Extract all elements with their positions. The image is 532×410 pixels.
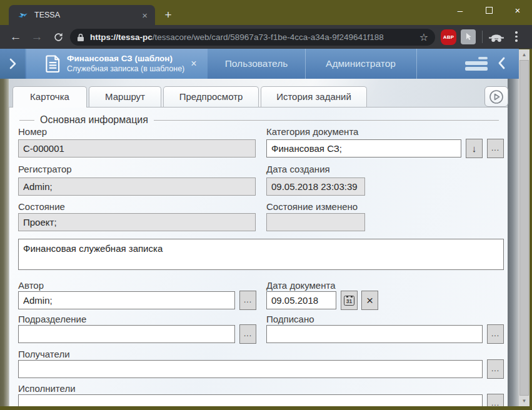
performers-select-button[interactable]: ... — [487, 394, 504, 406]
doc-date-clear-button[interactable]: × — [361, 291, 378, 310]
created-field — [266, 178, 365, 196]
back-button[interactable]: ← — [6, 25, 25, 49]
browser-menu-icon[interactable] — [515, 31, 518, 42]
url-path: /tessacore/web/card/58967a73-f1be-4cca-a… — [153, 32, 384, 42]
document-icon — [45, 54, 61, 73]
signed-field[interactable] — [266, 325, 483, 343]
recipients-field[interactable] — [18, 360, 483, 378]
adblock-extension-icon[interactable]: ABP — [441, 29, 456, 45]
state-field — [18, 213, 256, 231]
subject-field[interactable]: Финансовая служебная записка — [18, 239, 504, 270]
browser-window: TESSA × + – × ← → https://tessa-pc/tessa… — [0, 0, 532, 410]
section-header: Основная информация — [19, 114, 499, 126]
department-label: Подразделение — [18, 314, 86, 324]
category-label: Категория документа — [266, 126, 358, 137]
department-select-button[interactable]: ... — [239, 324, 256, 344]
collapse-right-panel-button[interactable] — [498, 56, 506, 72]
performers-field[interactable] — [18, 394, 483, 406]
header-tab-admin[interactable]: Администратор — [306, 49, 416, 79]
created-label: Дата создания — [266, 164, 330, 174]
workplaces-menu-icon[interactable] — [465, 57, 488, 71]
incognito-icon — [488, 32, 504, 45]
number-label: Номер — [18, 126, 47, 137]
lock-icon — [77, 33, 84, 42]
toolbar-separator — [482, 31, 483, 43]
scroll-down-icon[interactable]: ▼ — [519, 396, 529, 406]
doc-date-calendar-button[interactable]: 31 — [341, 291, 358, 310]
play-icon — [489, 89, 504, 104]
calendar-icon: 31 — [344, 296, 354, 306]
author-select-button[interactable]: ... — [239, 291, 256, 310]
chevron-left-icon — [498, 56, 506, 70]
panel-shadow — [508, 79, 519, 406]
maximize-button[interactable] — [474, 0, 503, 21]
tab-preview[interactable]: Предпросмотр — [163, 86, 259, 107]
url-bar[interactable]: https://tessa-pc/tessacore/web/card/5896… — [70, 29, 435, 46]
signed-label: Подписано — [266, 314, 314, 324]
refresh-button[interactable] — [49, 25, 68, 49]
tab-route[interactable]: Маршрут — [89, 86, 161, 107]
page-background: Карточка Маршрут Предпросмотр История за… — [0, 79, 529, 406]
bookmark-star-icon[interactable]: ☆ — [419, 31, 428, 43]
scrollbar[interactable]: ▲ ▼ — [519, 49, 529, 406]
scrollbar-thumb[interactable] — [519, 60, 529, 396]
scroll-up-icon[interactable]: ▲ — [519, 49, 529, 60]
recipients-select-button[interactable]: ... — [487, 359, 504, 379]
card-tab-title: Финансовая СЗ (шаблон) — [67, 54, 184, 64]
window-controls: – × — [446, 0, 532, 21]
registrar-label: Регистратор — [18, 164, 72, 174]
page-left-edge — [0, 79, 9, 406]
author-field[interactable] — [18, 291, 235, 309]
registrar-field — [18, 178, 256, 196]
card-tab-text: Финансовая СЗ (шаблон) Служебная записка… — [67, 54, 184, 74]
close-window-button[interactable]: × — [503, 0, 532, 21]
performers-label: Исполнители — [18, 383, 76, 394]
start-process-button[interactable] — [484, 86, 508, 107]
pointer-icon — [464, 32, 473, 42]
doc-date-label: Дата документа — [266, 280, 336, 291]
category-field[interactable] — [266, 139, 461, 158]
card-tab-subtitle: Служебная записка (в шаблоне) — [67, 64, 184, 74]
url-text: https://tessa-pc/tessacore/web/card/5896… — [90, 32, 416, 42]
number-field — [18, 139, 256, 158]
signed-select-button[interactable]: ... — [487, 324, 504, 344]
extension-icon[interactable] — [461, 29, 476, 44]
url-host: https://tessa-pc — [90, 32, 153, 42]
section-title: Основная информация — [34, 114, 154, 126]
header-tab-user[interactable]: Пользователь — [209, 49, 304, 79]
chevron-right-icon — [9, 58, 16, 70]
author-label: Автор — [18, 280, 44, 291]
tab-card[interactable]: Карточка — [13, 86, 87, 108]
forward-button: → — [28, 25, 46, 49]
new-tab-button[interactable]: + — [161, 9, 175, 22]
department-field[interactable] — [18, 325, 235, 343]
refresh-icon — [53, 32, 64, 42]
tab-close-icon[interactable]: × — [142, 10, 148, 21]
state-changed-field — [266, 213, 365, 231]
minimize-button[interactable]: – — [446, 0, 474, 21]
app-header: Финансовая СЗ (шаблон) Служебная записка… — [0, 49, 519, 79]
maximize-icon — [486, 7, 493, 14]
tessa-favicon-bird-icon — [18, 10, 28, 21]
card-form-panel: Основная информация Номер Категория доку… — [9, 107, 508, 406]
browser-tab-title: TESSA — [34, 11, 142, 19]
recipients-label: Получатели — [18, 349, 70, 359]
card-tab[interactable]: Финансовая СЗ (шаблон) Служебная записка… — [26, 49, 208, 79]
header-separator — [416, 49, 417, 79]
down-arrow-icon: ↓ — [472, 143, 477, 154]
doc-date-field[interactable] — [266, 291, 336, 309]
tab-task-history[interactable]: История заданий — [261, 86, 367, 107]
category-select-button[interactable]: ... — [487, 139, 504, 158]
browser-tab[interactable]: TESSA × — [9, 5, 155, 25]
expand-panel-button[interactable] — [0, 49, 25, 79]
card-close-icon[interactable]: × — [191, 58, 196, 69]
state-changed-label: Состояние изменено — [266, 201, 358, 212]
category-dropdown-button[interactable]: ↓ — [466, 139, 483, 158]
clear-icon: × — [366, 294, 373, 308]
state-label: Состояние — [18, 201, 65, 212]
